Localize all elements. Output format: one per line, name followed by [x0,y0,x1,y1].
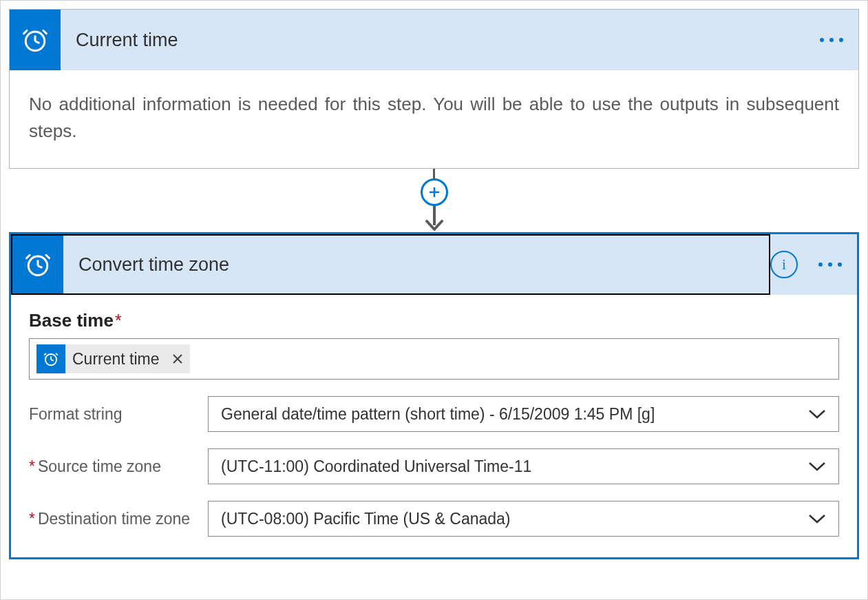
step-header[interactable]: Convert time zone i [11,234,857,295]
svg-line-2 [35,41,39,43]
svg-line-8 [38,266,42,268]
more-menu-button[interactable] [816,257,845,272]
remove-token-button[interactable] [165,344,190,373]
step-title: Current time [61,10,817,70]
more-menu-button[interactable] [817,32,846,48]
connector [421,169,448,232]
select-value: (UTC-08:00) Pacific Time (US & Canada) [221,510,511,528]
step-convert-time-zone: Convert time zone i Base time* [9,232,859,559]
chevron-down-icon [808,513,826,524]
base-time-input[interactable]: Current time [29,338,839,380]
arrow-down-icon [423,205,446,232]
select-value: (UTC-11:00) Coordinated Universal Time-1… [221,457,531,476]
format-string-label: Format string [29,405,208,424]
schedule-connector-icon [12,236,63,293]
dest-tz-select[interactable]: (UTC-08:00) Pacific Time (US & Canada) [208,501,839,537]
info-icon[interactable]: i [770,251,798,278]
step-form: Base time* Current time [11,295,857,557]
schedule-connector-icon [10,10,61,70]
svg-line-11 [51,360,54,361]
chevron-down-icon [808,461,826,472]
dynamic-content-token[interactable]: Current time [36,344,190,373]
add-step-button[interactable] [421,178,448,206]
select-value: General date/time pattern (short time) -… [221,405,655,424]
clock-icon [36,344,65,373]
step-current-time: Current time No additional information i… [9,9,859,169]
source-tz-select[interactable]: (UTC-11:00) Coordinated Universal Time-1… [208,448,839,484]
token-label: Current time [65,344,165,373]
base-time-label: Base time* [29,310,839,331]
flow-designer-canvas: Current time No additional information i… [0,0,868,600]
format-string-select[interactable]: General date/time pattern (short time) -… [208,396,839,432]
chevron-down-icon [808,408,826,420]
dest-tz-label: *Destination time zone [29,510,208,528]
step-header[interactable]: Current time [10,10,858,70]
step-title: Convert time zone [63,236,769,293]
step-body-text: No additional information is needed for … [10,70,858,168]
source-tz-label: *Source time zone [29,457,208,476]
